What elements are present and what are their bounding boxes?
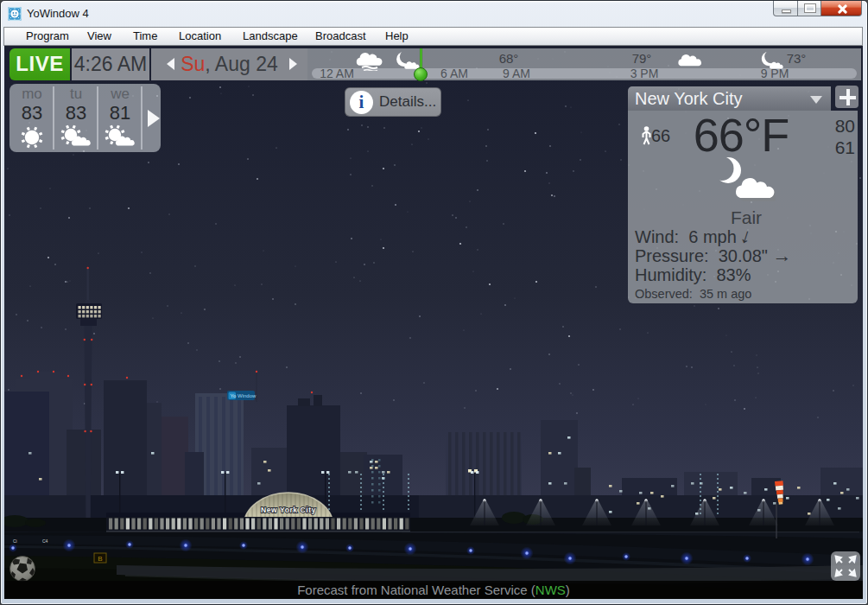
svg-text:B: B [98,555,102,563]
svg-text:New York City: New York City [261,506,316,514]
svg-text:C4: C4 [42,538,48,544]
svg-text:Ci: Ci [13,538,17,544]
svg-text:Window: Window [238,393,257,398]
svg-text:Yo: Yo [231,393,237,398]
